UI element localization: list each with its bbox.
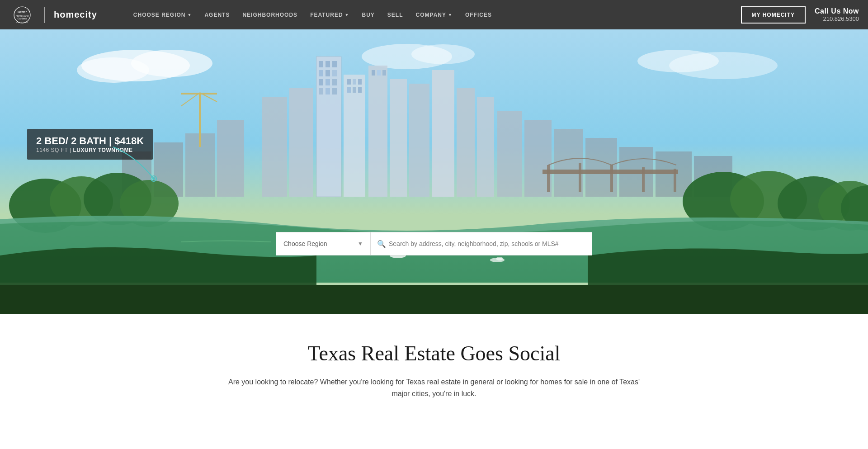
svg-rect-40 <box>409 84 429 197</box>
svg-rect-74 <box>579 163 581 192</box>
svg-rect-75 <box>610 165 613 192</box>
chevron-down-icon: ▼ <box>358 241 363 247</box>
svg-rect-18 <box>319 70 323 76</box>
svg-rect-24 <box>319 88 323 95</box>
chevron-down-icon: ▼ <box>345 13 349 17</box>
svg-rect-13 <box>316 57 341 197</box>
navbar: Better Homes and Gardens REAL ESTATE hom… <box>0 0 868 29</box>
logo-divider <box>44 7 45 23</box>
call-section: Call Us Now 210.826.5300 <box>815 7 859 22</box>
svg-text:Better: Better <box>18 10 27 14</box>
search-container: Choose Region ▼ 🔍 <box>276 232 592 255</box>
nav-neighborhoods[interactable]: NEIGHBORHOODS <box>242 12 297 18</box>
navbar-right: MY HOMECITY Call Us Now 210.826.5300 <box>741 6 859 24</box>
region-select-label: Choose Region <box>283 240 327 247</box>
svg-rect-73 <box>547 165 550 192</box>
svg-rect-20 <box>332 70 337 76</box>
svg-rect-35 <box>368 66 387 197</box>
svg-rect-34 <box>289 88 313 197</box>
property-sqft: 1146 SQ FT | LUXURY TOWNHOME <box>36 147 144 153</box>
svg-rect-26 <box>332 88 337 95</box>
svg-rect-23 <box>332 79 337 85</box>
content-section: Texas Real Estate Goes Social Are you lo… <box>0 314 868 417</box>
svg-rect-41 <box>432 70 454 197</box>
homecity-logo-text: homecity <box>54 9 97 20</box>
hero-section: 2 BED/ 2 BATH | $418K 1146 SQ FT | LUXUR… <box>0 29 868 314</box>
svg-rect-33 <box>358 87 362 93</box>
nav-offices[interactable]: OFFICES <box>465 12 492 18</box>
nav-buy[interactable]: BUY <box>362 12 375 18</box>
section-subtitle: Are you looking to relocate? Whether you… <box>226 376 642 399</box>
bh-logo-icon: Better Homes and Gardens REAL ESTATE <box>9 5 35 24</box>
nav-choose-region[interactable]: CHOOSE REGION ▼ <box>133 12 192 18</box>
nav-featured[interactable]: FEATURED ▼ <box>310 12 349 18</box>
search-icon: 🔍 <box>377 240 386 248</box>
svg-text:Gardens: Gardens <box>17 17 27 20</box>
my-homecity-button[interactable]: MY HOMECITY <box>741 6 806 24</box>
svg-rect-27 <box>344 75 365 197</box>
property-overlay: 2 BED/ 2 BATH | $418K 1146 SQ FT | LUXUR… <box>27 129 153 160</box>
call-number: 210.826.5300 <box>815 15 859 22</box>
svg-rect-15 <box>319 61 323 67</box>
svg-rect-56 <box>199 93 201 147</box>
svg-rect-43 <box>262 97 287 197</box>
hero-skyline-svg <box>0 29 868 314</box>
search-input-wrapper: 🔍 <box>371 232 592 255</box>
svg-point-12 <box>669 52 778 79</box>
section-title: Texas Real Estate Goes Social <box>9 341 859 365</box>
svg-rect-78 <box>0 285 868 314</box>
svg-rect-77 <box>674 169 676 192</box>
svg-point-71 <box>496 257 503 260</box>
svg-rect-21 <box>319 79 323 85</box>
region-select-dropdown[interactable]: Choose Region ▼ <box>276 232 371 255</box>
svg-rect-45 <box>217 120 244 197</box>
chevron-down-icon: ▼ <box>188 13 192 17</box>
svg-rect-31 <box>347 87 351 93</box>
svg-point-10 <box>411 44 475 64</box>
chevron-down-icon: ▼ <box>448 13 453 17</box>
svg-rect-49 <box>497 111 522 197</box>
nav-links: CHOOSE REGION ▼ AGENTS NEIGHBORHOODS FEA… <box>133 12 492 18</box>
nav-company[interactable]: COMPANY ▼ <box>416 12 453 18</box>
svg-rect-17 <box>332 61 337 67</box>
svg-rect-32 <box>353 87 356 93</box>
svg-point-8 <box>131 50 212 77</box>
svg-rect-16 <box>326 61 330 67</box>
svg-rect-25 <box>326 88 330 95</box>
svg-rect-37 <box>377 70 381 76</box>
svg-rect-38 <box>382 70 386 76</box>
svg-rect-29 <box>353 79 356 85</box>
property-price: 2 BED/ 2 BATH | $418K <box>36 135 144 147</box>
nav-sell[interactable]: SELL <box>387 12 403 18</box>
svg-rect-19 <box>326 70 330 76</box>
navbar-left: Better Homes and Gardens REAL ESTATE hom… <box>9 5 492 24</box>
logo-area: Better Homes and Gardens REAL ESTATE hom… <box>9 5 97 24</box>
svg-rect-42 <box>457 88 475 197</box>
svg-text:REAL ESTATE: REAL ESTATE <box>16 21 28 24</box>
svg-rect-36 <box>372 70 375 76</box>
svg-rect-30 <box>358 79 362 85</box>
call-label: Call Us Now <box>815 7 859 15</box>
svg-rect-39 <box>390 79 407 197</box>
svg-rect-76 <box>642 167 645 192</box>
svg-rect-28 <box>347 79 351 85</box>
nav-agents[interactable]: AGENTS <box>204 12 230 18</box>
svg-rect-22 <box>326 79 330 85</box>
search-input[interactable] <box>371 232 592 255</box>
svg-rect-44 <box>477 97 494 197</box>
